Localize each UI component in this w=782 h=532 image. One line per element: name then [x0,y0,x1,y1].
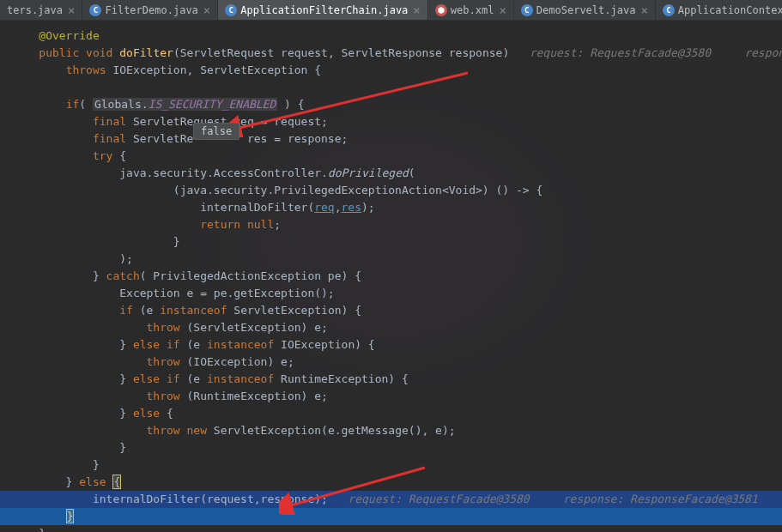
req-link[interactable]: req [314,201,334,214]
tab-ters[interactable]: ters.java × [0,0,82,20]
tab-filterdemo[interactable]: C FilterDemo.java × [82,0,218,20]
tab-label: DemoServelt.java [536,4,636,16]
java-class-icon: C [663,4,675,16]
close-icon[interactable]: × [203,3,210,17]
method-name: doFilter [119,46,173,59]
close-icon[interactable]: × [499,3,506,17]
tab-appfilterchain[interactable]: C ApplicationFilterChain.java × [218,0,428,20]
java-class-icon: C [225,4,237,16]
tab-appcontext[interactable]: C ApplicationContext.java × [656,0,782,20]
java-class-icon: C [89,4,101,16]
tab-label: ApplicationFilterChain.java [240,4,408,16]
annotation: @Override [39,29,99,42]
close-icon[interactable]: × [640,3,647,17]
close-icon[interactable]: × [413,3,420,17]
inline-hint: request: RequestFacade@3580 response: Re… [348,493,757,505]
current-execution-line: internalDoFilter(request,response); requ… [0,491,782,508]
tab-label: ters.java [7,4,63,16]
tab-demoservlet[interactable]: C DemoServelt.java × [514,0,656,20]
java-class-icon: C [521,4,533,16]
inline-hint: request: RequestFacade@3580 respon [530,46,782,59]
evaluate-tooltip: false [193,123,239,140]
security-constant: IS_SECURITY_ENABLED [149,98,276,111]
breakpoint-line[interactable]: } [0,508,782,525]
tab-label: ApplicationContext.java [678,4,782,16]
tab-webxml[interactable]: ⬢ web.xml × [428,0,514,20]
close-icon[interactable]: × [68,3,75,17]
tab-label: web.xml [451,4,494,16]
editor-tabs: ters.java × C FilterDemo.java × C Applic… [0,0,782,21]
tooltip-value: false [201,125,232,137]
res-link[interactable]: res [342,201,361,214]
xml-file-icon: ⬢ [435,4,447,16]
code-editor[interactable]: @Override public void doFilter(ServletRe… [0,21,782,532]
tab-label: FilterDemo.java [105,4,197,16]
